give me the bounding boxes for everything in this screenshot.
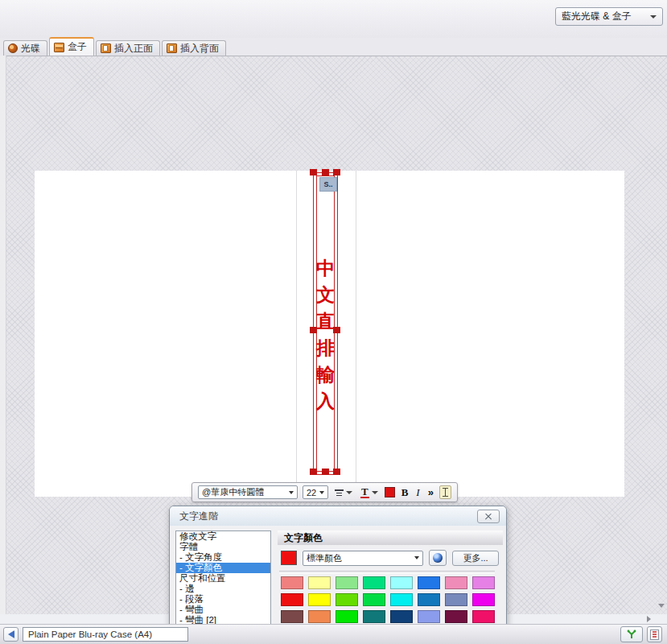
handle-bottom-center[interactable] — [322, 469, 329, 475]
handle-bottom-right[interactable] — [333, 469, 340, 475]
panel-controls: 標準顏色 更多... — [281, 550, 499, 566]
more-colors-button[interactable]: 更多... — [452, 551, 499, 566]
palette-swatch[interactable] — [418, 576, 440, 589]
ruler-page-icon — [650, 630, 659, 640]
toolbar-overflow-button[interactable]: » — [426, 486, 434, 498]
tracks-icon — [627, 630, 636, 639]
nav-item[interactable]: - 彎曲 — [176, 605, 270, 615]
nav-item[interactable]: - 邊 — [176, 584, 270, 594]
panel-header: 文字顏色 — [278, 530, 503, 545]
palette-swatch[interactable] — [308, 610, 331, 623]
tab-insert-back[interactable]: 插入背面 — [162, 40, 226, 56]
font-size-combobox[interactable]: 22 — [303, 485, 328, 499]
current-color-swatch[interactable] — [281, 551, 297, 565]
tab-label: 盒子 — [68, 40, 87, 54]
palette-swatch[interactable] — [445, 576, 467, 589]
palette-swatch[interactable] — [418, 593, 440, 606]
palette-swatch[interactable] — [445, 593, 467, 606]
vertical-text-char: 入 — [316, 388, 335, 415]
scroll-right-arrow-icon[interactable] — [647, 616, 651, 622]
workspace-left-edge — [0, 56, 6, 614]
tab-box[interactable]: 盒子 — [49, 37, 94, 56]
vertical-text-char: 中 — [316, 255, 335, 282]
chevron-down-icon — [319, 491, 324, 494]
italic-button[interactable]: I — [414, 486, 421, 499]
project-mode-label: 藍光光碟 & 盒子 — [562, 10, 632, 23]
font-size-value: 22 — [307, 488, 316, 497]
dialog-close-button[interactable] — [477, 510, 500, 523]
palette-swatch[interactable] — [336, 576, 358, 589]
handle-middle-right[interactable] — [333, 327, 340, 333]
nav-item[interactable]: 修改文字 — [176, 531, 270, 542]
palette-swatch[interactable] — [308, 593, 331, 606]
palette-swatch[interactable] — [336, 610, 358, 623]
palette-swatch[interactable] — [363, 593, 385, 606]
tab-disc[interactable]: 光碟 — [3, 40, 47, 56]
handle-bottom-left[interactable] — [310, 469, 317, 475]
collapse-panel-button[interactable] — [3, 627, 19, 642]
text-style-dropdown[interactable]: T — [359, 485, 380, 499]
palette-swatch[interactable] — [363, 610, 385, 623]
chevron-down-icon — [346, 491, 352, 494]
palette-swatch[interactable] — [445, 610, 467, 623]
project-mode-dropdown[interactable]: 藍光光碟 & 盒子 — [555, 7, 663, 26]
scroll-down-arrow-icon[interactable] — [658, 604, 665, 608]
font-family-value: @華康中特圓體 — [202, 486, 264, 498]
back-arrow-icon — [8, 630, 14, 638]
nav-item[interactable]: - 文字角度 — [176, 552, 270, 563]
insert-back-icon — [167, 43, 177, 53]
close-icon — [485, 513, 492, 519]
vertical-text-char: 排 — [316, 335, 335, 361]
palette-swatch[interactable] — [281, 593, 303, 606]
palette-swatch[interactable] — [336, 593, 358, 606]
palette-swatch[interactable] — [472, 593, 495, 606]
tab-label: 光碟 — [21, 42, 40, 56]
handle-top-center[interactable] — [322, 169, 329, 175]
spine-fold-line-right — [356, 171, 356, 497]
handle-middle-left[interactable] — [310, 327, 317, 333]
text-format-toolbar: @華康中特圓體 22 T B I » — [191, 482, 458, 502]
vertical-text-char: 文 — [316, 282, 335, 308]
text-cursor-button[interactable] — [439, 485, 451, 499]
paper-template-field[interactable]: Plain Paper Blu-ray Case (A4) — [23, 627, 188, 642]
ibeam-icon — [443, 488, 448, 497]
nav-item[interactable]: - 段落 — [176, 594, 270, 605]
handle-top-right[interactable] — [333, 169, 340, 175]
chevron-down-icon — [650, 15, 657, 19]
disc-icon — [8, 43, 18, 53]
palette-swatch[interactable] — [418, 610, 440, 623]
calibration-button[interactable] — [647, 626, 662, 642]
top-band: 藍光光碟 & 盒子 — [0, 0, 667, 38]
bold-button[interactable]: B — [400, 486, 410, 499]
palette-swatch[interactable] — [472, 576, 495, 589]
tab-insert-front[interactable]: 插入正面 — [96, 40, 160, 56]
palette-swatch[interactable] — [390, 576, 413, 589]
color-scheme-combobox[interactable]: 標準顏色 — [303, 551, 423, 566]
font-family-combobox[interactable]: @華康中特圓體 — [198, 485, 298, 499]
vertical-text-object[interactable]: S.. 中文直排輸入 — [309, 166, 341, 480]
palette-swatch[interactable] — [363, 576, 385, 589]
palette-swatch[interactable] — [390, 593, 413, 606]
palette-swatch[interactable] — [390, 610, 413, 623]
nav-item[interactable]: - 文字顏色 — [176, 563, 270, 573]
palette-swatch[interactable] — [281, 610, 303, 623]
tab-strip: 光碟盒子插入正面插入背面 — [3, 39, 226, 56]
show-tracks-button[interactable] — [620, 626, 643, 642]
palette-swatch[interactable] — [308, 576, 331, 589]
text-underline-icon: T — [360, 486, 369, 498]
vertical-text-char: 直 — [316, 308, 335, 335]
color-scheme-value: 標準顏色 — [307, 552, 342, 564]
panel-separator — [279, 571, 495, 574]
palette-swatch[interactable] — [281, 576, 303, 589]
text-color-swatch[interactable] — [385, 487, 395, 497]
palette-swatch[interactable] — [472, 610, 495, 623]
palette-row — [281, 593, 495, 606]
alignment-dropdown[interactable] — [333, 485, 354, 499]
dialog-titlebar[interactable]: 文字進階 — [170, 506, 506, 526]
nav-item[interactable]: 尺寸和位置 — [176, 573, 270, 584]
color-picker-button[interactable] — [429, 550, 447, 566]
handle-top-left[interactable] — [310, 169, 317, 175]
nav-item[interactable]: 字體 — [176, 542, 270, 552]
vertical-text-char: 輸 — [316, 361, 335, 388]
palette-row — [281, 576, 495, 589]
